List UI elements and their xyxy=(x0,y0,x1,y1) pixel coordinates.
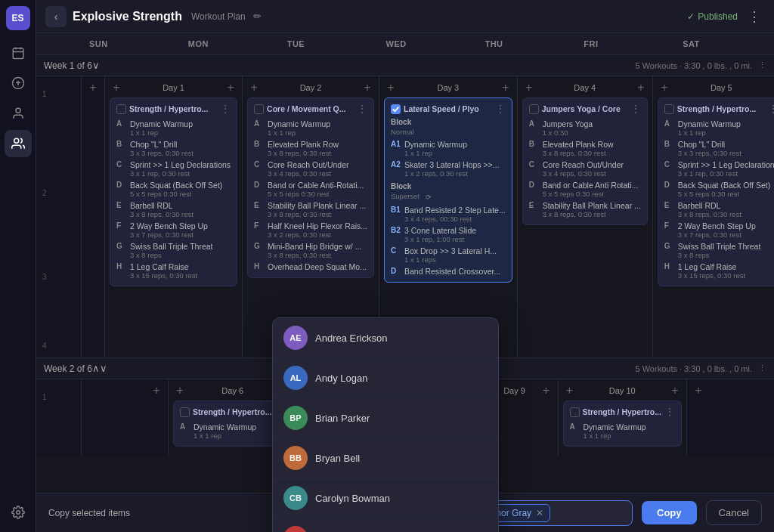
cancel-button[interactable]: Cancel xyxy=(706,500,762,525)
week2-fri-workout[interactable]: Strength / Hypertro... ⋮ ADynamic Warmup… xyxy=(563,401,682,447)
exercise-item: ADynamic Warmup1 x 1 rep xyxy=(180,421,285,441)
w2-mon-title: Strength / Hypertro... xyxy=(193,407,271,416)
exercise-item: ADynamic Warmup1 x 1 rep xyxy=(570,421,675,441)
tue-add-btn-left[interactable]: + xyxy=(247,81,261,94)
week2-fri-col: + Day 10 + Strength / Hypertro... ⋮ ADyn… xyxy=(559,379,687,456)
week1-mon-col: + Day 1 + Strength / Hypertro... ⋮ ADyna… xyxy=(105,76,243,357)
header-title: Explosive Strength xyxy=(73,10,182,23)
wed-workout-card[interactable]: Lateral Speed / Plyo ⋮ Block Normal A1Dy… xyxy=(384,97,512,283)
w2-fri-checkbox[interactable] xyxy=(570,407,580,417)
edit-icon[interactable]: ✏ xyxy=(253,11,262,22)
tue-add-btn-right[interactable]: + xyxy=(361,81,374,94)
fri-workout-menu[interactable]: ⋮ xyxy=(768,103,774,115)
exercise-item: FHalf Kneel Hip Flexor Rais...3 x 2 reps… xyxy=(254,220,367,240)
week1-sun-col: + xyxy=(82,76,105,357)
exercise-item: AJumpers Yoga1 x 0:30 xyxy=(529,118,641,138)
fri-add-btn-left[interactable]: + xyxy=(658,81,671,94)
svg-rect-0 xyxy=(13,48,23,59)
dropdown-item-andrea[interactable]: AE Andrea Erickson xyxy=(273,318,498,358)
w2-mon-add-left[interactable]: + xyxy=(173,384,187,397)
exercise-item: F2 Way Bench Step Up3 x 7 reps, 0:30 res… xyxy=(664,220,774,240)
wed-workout-checkbox[interactable] xyxy=(391,104,401,114)
thu-day-label: Day 4 xyxy=(574,83,596,92)
thu-workout-menu[interactable]: ⋮ xyxy=(630,103,641,115)
tue-day-label: Day 2 xyxy=(300,83,322,92)
week1-chevron-down[interactable]: ∨ xyxy=(92,60,100,71)
thu-workout-title: Jumpers Yoga / Core xyxy=(542,104,627,113)
sidebar-icon-person[interactable] xyxy=(5,100,32,127)
copy-button[interactable]: Copy xyxy=(642,501,697,524)
dropdown-item-andy[interactable]: AL Andy Logan xyxy=(273,358,498,398)
header: ‹ Explosive Strength Workout Plan ✏ ✓ Pu… xyxy=(36,0,774,33)
mon-add-btn-left[interactable]: + xyxy=(110,81,123,94)
wed-add-btn-left[interactable]: + xyxy=(384,81,398,94)
w2-mon-checkbox[interactable] xyxy=(180,407,190,417)
w2-sun-add[interactable]: + xyxy=(150,384,163,397)
week2-label: Week 2 of 6 xyxy=(44,363,92,374)
dropdown-item-charlie[interactable]: CW Charlie Ward xyxy=(273,518,498,532)
wed-add-btn-right[interactable]: + xyxy=(499,81,512,94)
sun-add-btn[interactable]: + xyxy=(86,81,100,94)
svg-point-8 xyxy=(16,511,20,515)
day-header-sun: SUN xyxy=(82,33,181,54)
mon-workout-checkbox[interactable] xyxy=(116,104,126,114)
conor-gray-remove-btn[interactable]: ✕ xyxy=(536,508,543,518)
w2-fri-add-right[interactable]: + xyxy=(668,384,682,397)
exercise-item: BElevated Plank Row3 x 8 reps, 0:30 rest xyxy=(529,138,641,159)
checkmark-icon: ✓ xyxy=(687,11,695,22)
fri-workout-card[interactable]: Strength / Hypertro... ⋮ ADynamic Warmup… xyxy=(658,97,774,286)
week1-label: Week 1 of 6 xyxy=(44,60,92,71)
week2-chevron-up[interactable]: ∧ xyxy=(92,363,100,374)
mon-workout-card[interactable]: Strength / Hypertro... ⋮ ADynamic Warmup… xyxy=(110,97,237,286)
day-header-sat: SAT xyxy=(675,33,774,54)
exercise-item: DBand or Cable Anti-Rotati...5 x 5 reps … xyxy=(254,179,367,200)
thu-workout-checkbox[interactable] xyxy=(529,104,539,114)
exercise-item: GSwiss Ball Triple Threat3 x 8 reps xyxy=(664,240,774,261)
exercise-item: H1 Leg Calf Raise3 x 15 reps, 0:30 rest xyxy=(116,261,231,281)
user-name-andy: Andy Logan xyxy=(315,373,367,384)
dropdown-item-carolyn[interactable]: CB Carolyn Bowman xyxy=(273,478,498,518)
dropdown-item-brian[interactable]: BP Brian Parker xyxy=(273,398,498,438)
block1-type: Normal xyxy=(391,128,506,136)
sidebar-icon-people[interactable] xyxy=(5,130,32,157)
day-header-tue: TUE xyxy=(280,33,379,54)
sidebar-icon-gear[interactable] xyxy=(5,499,32,526)
thu-add-btn-right[interactable]: + xyxy=(634,81,648,94)
w2-fri-menu[interactable]: ⋮ xyxy=(664,406,675,418)
copy-to-search-input[interactable] xyxy=(555,508,600,518)
fri-workout-checkbox[interactable] xyxy=(664,104,674,114)
w2-sat-add[interactable]: + xyxy=(692,384,705,397)
sidebar-icon-dollar[interactable] xyxy=(5,70,32,97)
mon-day-label: Day 1 xyxy=(163,83,184,92)
exercise-item: ADynamic Warmup1 x 1 rep xyxy=(116,118,231,138)
exercise-item: DBack Squat (Back Off Set)5 x 5 reps 0:3… xyxy=(116,179,231,200)
week2-sun-col: + xyxy=(82,379,169,456)
dropdown-item-bryan[interactable]: BB Bryan Bell xyxy=(273,438,498,478)
thu-workout-card[interactable]: Jumpers Yoga / Core ⋮ AJumpers Yoga1 x 0… xyxy=(522,97,648,225)
week1-more[interactable]: ⋮ xyxy=(758,60,766,70)
exercise-item: CBox Drop >> 3 Lateral H...1 x 1 reps xyxy=(391,245,506,265)
user-avatar-brian: BP xyxy=(283,406,308,430)
tue-workout-card[interactable]: Core / Movement Q... ⋮ ADynamic Warmup1 … xyxy=(247,97,374,278)
wed-workout-title: Lateral Speed / Plyo xyxy=(404,104,492,113)
week2-chevron-down[interactable]: ∨ xyxy=(100,363,107,374)
mon-add-btn-right[interactable]: + xyxy=(224,81,237,94)
w2-fri-add-left[interactable]: + xyxy=(563,384,577,397)
tue-workout-checkbox[interactable] xyxy=(254,104,264,114)
more-button[interactable]: ⋮ xyxy=(744,6,765,27)
exercise-item: DBand or Cable Anti Rotati...5 x 5 reps … xyxy=(529,179,641,200)
sidebar-icon-calendar[interactable] xyxy=(5,39,32,66)
sidebar-avatar[interactable]: ES xyxy=(6,6,30,30)
back-button[interactable]: ‹ xyxy=(45,6,67,27)
day-header-thu: THU xyxy=(477,33,576,54)
week1-bar: Week 1 of 6 ∨ 5 Workouts · 3:30 , 0 lbs.… xyxy=(36,55,774,76)
week2-more[interactable]: ⋮ xyxy=(758,363,766,373)
user-dropdown: AE Andrea Erickson AL Andy Logan BP Bria… xyxy=(272,317,499,532)
tue-workout-menu[interactable]: ⋮ xyxy=(357,103,367,115)
w2-thu-add-right[interactable]: + xyxy=(540,384,553,397)
mon-workout-menu[interactable]: ⋮ xyxy=(220,103,231,115)
thu-add-btn-left[interactable]: + xyxy=(522,81,536,94)
wed-workout-menu[interactable]: ⋮ xyxy=(495,103,506,115)
week2-sat-col: + xyxy=(687,379,774,456)
superset-icon: ⟳ xyxy=(426,193,432,201)
